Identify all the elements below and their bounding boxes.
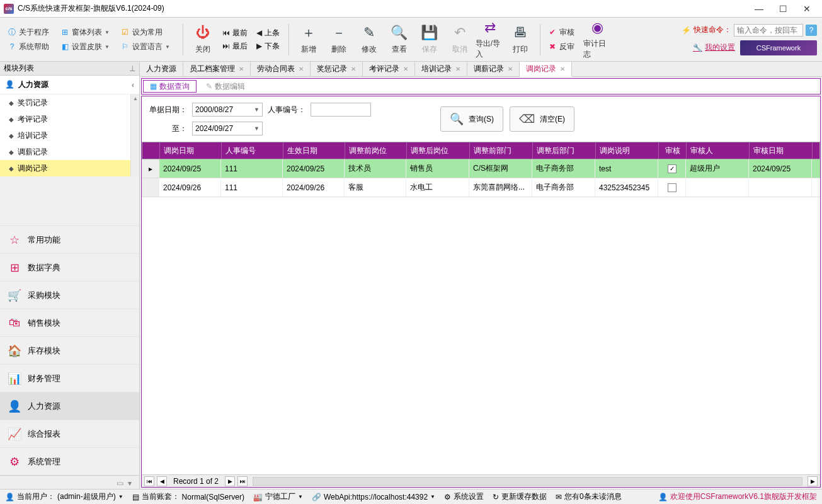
sidebar-nav-item[interactable]: 🛒采购模块: [0, 281, 139, 309]
date-from-input[interactable]: 2000/08/27▼: [192, 103, 263, 117]
nav-next-button[interactable]: ▶: [225, 476, 235, 486]
nav-last-button[interactable]: ⏭: [237, 476, 248, 486]
tab[interactable]: 奖惩记录✕: [311, 62, 363, 76]
sidebar-nav-item[interactable]: 🏠库存模块: [0, 336, 139, 364]
tab-close-icon[interactable]: ✕: [560, 66, 565, 72]
skin-button[interactable]: ◧设置皮肤▼: [58, 40, 112, 54]
audit-button[interactable]: ✔审核: [545, 26, 577, 39]
sidebar-nav-item[interactable]: ⊞数据字典: [0, 253, 139, 281]
tab[interactable]: 人力资源: [140, 62, 183, 76]
sidebar-nav-item[interactable]: 👤人力资源: [0, 392, 139, 420]
nav-first-button[interactable]: ⏮: [144, 476, 154, 486]
cmd-input[interactable]: [734, 24, 803, 37]
status-syssettings[interactable]: ⚙系统设置: [444, 491, 484, 502]
formlist-button[interactable]: ⊞窗体列表▼: [58, 26, 112, 39]
status-account[interactable]: ▤当前账套：Normal(SqlServer): [132, 491, 244, 502]
cmd-help-button[interactable]: ?: [806, 25, 817, 36]
query-button[interactable]: 🔍查询(S): [440, 106, 503, 132]
status-messages[interactable]: ✉您有0条未读消息: [556, 491, 622, 502]
grid-column-header[interactable]: 审核: [659, 142, 687, 159]
sidebar-nav-item[interactable]: 🛍销售模块: [0, 309, 139, 336]
help-button[interactable]: ?系统帮助: [5, 40, 52, 54]
tab-close-icon[interactable]: ✕: [299, 66, 304, 72]
table-row[interactable]: 2024/09/261112024/09/26客服水电工东莞喜鹊网络...电子商…: [142, 178, 820, 197]
first-button[interactable]: ⏮最前: [222, 28, 248, 38]
tab-close-icon[interactable]: ✕: [239, 66, 244, 72]
sidebar-item[interactable]: ◆考评记录: [0, 111, 130, 127]
mysettings-link[interactable]: 🔧我的设置: [693, 42, 735, 53]
sidebar-item[interactable]: ◆奖罚记录: [0, 94, 130, 111]
tab[interactable]: 调薪记录✕: [467, 62, 520, 76]
sidebar-item[interactable]: ◆调薪记录: [0, 144, 130, 160]
chevron-down-icon[interactable]: ▼: [254, 106, 260, 113]
save-button[interactable]: 💾保存: [415, 21, 444, 59]
tab-close-icon[interactable]: ✕: [403, 66, 408, 72]
grid-column-header[interactable]: 生效日期: [283, 142, 345, 159]
lang-button[interactable]: ⚐设置语言▼: [118, 40, 173, 54]
tab[interactable]: 考评记录✕: [363, 62, 415, 76]
next-button[interactable]: ▶下条: [256, 41, 280, 52]
delete-button[interactable]: －删除: [324, 21, 353, 59]
status-user[interactable]: 👤当前用户：(admin-超级用户)▼: [5, 491, 123, 502]
tab-close-icon[interactable]: ✕: [351, 66, 356, 72]
maximize-button[interactable]: ☐: [777, 4, 789, 14]
sidebar-module-header[interactable]: 👤人力资源 ‹: [0, 76, 139, 94]
pin-icon[interactable]: ⊥: [129, 64, 135, 73]
about-button[interactable]: ⓘ关于程序: [5, 26, 52, 39]
grid-column-header[interactable]: 调岗日期: [160, 142, 222, 159]
unaudit-button[interactable]: ✖反审: [545, 40, 577, 54]
status-refreshcache[interactable]: ↻更新缓存数据: [493, 491, 547, 502]
sidebar-scrollbar[interactable]: ▲: [130, 94, 139, 176]
subtab-edit[interactable]: ✎数据编辑: [199, 80, 252, 93]
grid-column-header[interactable]: 人事编号: [222, 142, 283, 159]
scroll-up-icon[interactable]: ▲: [133, 96, 138, 101]
auditlog-button[interactable]: ◉审计日志: [583, 21, 612, 59]
emp-input[interactable]: [311, 103, 371, 117]
cancel-button[interactable]: ↶取消: [445, 21, 474, 59]
sidebar-nav-item[interactable]: ⚙系统管理: [0, 447, 139, 475]
tab[interactable]: 调岗记录✕: [520, 62, 572, 77]
minimize-button[interactable]: —: [753, 4, 765, 14]
grid-column-header[interactable]: 审核人: [687, 142, 750, 159]
grid-column-header[interactable]: 调整后岗位: [407, 142, 470, 159]
status-factory[interactable]: 🏭宁德工厂▼: [253, 491, 303, 502]
grid-column-header[interactable]: 调整后部门: [533, 142, 596, 159]
tab[interactable]: 员工档案管理✕: [183, 62, 251, 76]
sidebar-nav-item[interactable]: 📊财务管理: [0, 364, 139, 392]
tab-close-icon[interactable]: ✕: [455, 66, 460, 72]
scroll-right-button[interactable]: ▶: [808, 476, 818, 486]
clear-button[interactable]: ⌫清空(E): [510, 106, 574, 132]
collapse-icon[interactable]: ▭: [117, 479, 124, 486]
view-button[interactable]: 🔍查看: [385, 21, 414, 59]
sidebar-item[interactable]: ◆培训记录: [0, 127, 130, 144]
add-button[interactable]: ＋新增: [294, 21, 323, 59]
tab-close-icon[interactable]: ✕: [508, 66, 513, 72]
grid-column-header[interactable]: 调整前部门: [470, 142, 533, 159]
grid-cell-checkbox[interactable]: [658, 178, 686, 197]
close-button[interactable]: ⏻关闭: [188, 21, 217, 59]
print-button[interactable]: 🖶打印: [506, 21, 535, 59]
grid-column-header[interactable]: 调整前岗位: [345, 142, 407, 159]
expand-icon[interactable]: ▾: [128, 479, 135, 486]
tab[interactable]: 劳动合同表✕: [251, 62, 311, 76]
last-button[interactable]: ⏭最后: [222, 41, 248, 52]
status-webapi[interactable]: 🔗WebApi:https://localhost:44392▼: [312, 493, 435, 501]
io-button[interactable]: ⇄导出/导入: [476, 21, 505, 59]
prev-button[interactable]: ◀上条: [256, 28, 280, 38]
tab[interactable]: 培训记录✕: [415, 62, 467, 76]
edit-button[interactable]: ✎修改: [355, 21, 384, 59]
grid-column-header[interactable]: 审核日期: [750, 142, 813, 159]
setcommon-button[interactable]: ☑设为常用: [118, 26, 173, 39]
table-row[interactable]: ▸2024/09/251112024/09/25技术员销售员C/S框架网电子商务…: [142, 159, 820, 178]
date-to-input[interactable]: 2024/09/27▼: [192, 122, 263, 135]
sidebar-nav-item[interactable]: 📈综合报表: [0, 420, 139, 447]
nav-prev-button[interactable]: ◀: [157, 476, 167, 486]
chevron-down-icon[interactable]: ▼: [254, 125, 260, 132]
sidebar-item[interactable]: ◆调岗记录: [0, 160, 130, 176]
sidebar-nav-item[interactable]: ☆常用功能: [0, 226, 139, 253]
close-window-button[interactable]: ✕: [801, 4, 813, 14]
subtab-query[interactable]: ▦数据查询: [143, 80, 197, 93]
grid-cell-checkbox[interactable]: ✓: [658, 159, 686, 178]
horizontal-scrollbar[interactable]: [253, 477, 802, 486]
grid-column-header[interactable]: 调岗说明: [596, 142, 659, 159]
